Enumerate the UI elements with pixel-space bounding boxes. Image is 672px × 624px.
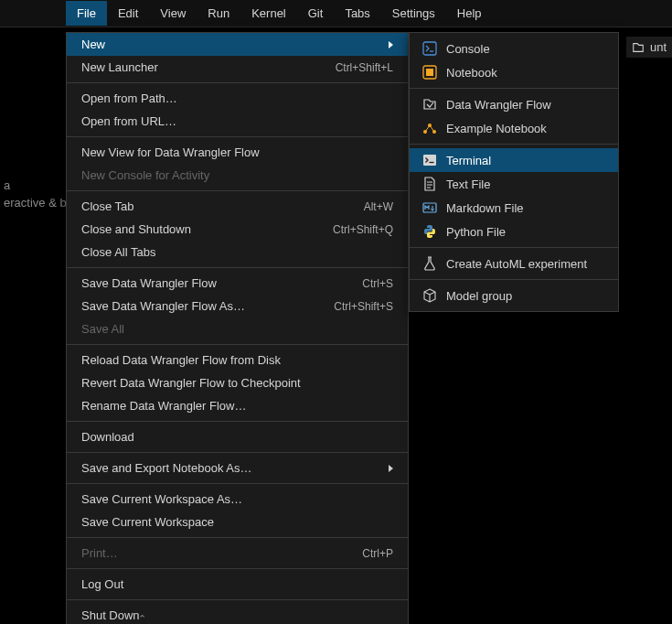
menubar-item-file[interactable]: File [66, 1, 107, 26]
menu-item-label: Save Data Wrangler Flow As… [81, 299, 245, 313]
menu-item-shortcut: Ctrl+Shift+L [336, 61, 393, 74]
python-icon [422, 224, 437, 239]
new-submenu-item[interactable]: Python File [410, 220, 618, 243]
menu-separator [67, 568, 408, 569]
new-submenu-item[interactable]: Terminal [410, 148, 618, 172]
new-submenu-item[interactable]: Example Notebook [410, 116, 618, 140]
menubar-item-settings[interactable]: Settings [381, 1, 446, 26]
cube-icon [422, 288, 437, 303]
menu-item-label: Save Current Workspace [81, 515, 214, 529]
submenu-item-label: Example Notebook [446, 122, 547, 135]
file-menu-dropdown: NewNew LauncherCtrl+Shift+LOpen from Pat… [66, 32, 409, 624]
menu-item-label: New View for Data Wrangler Flow [81, 145, 260, 159]
menu-item-label: Save Data Wrangler Flow [81, 276, 217, 290]
new-submenu: ConsoleNotebookData Wrangler FlowExample… [409, 32, 619, 312]
menu-item-label: New Launcher [81, 60, 158, 74]
menu-separator [410, 88, 618, 89]
file-menu-item[interactable]: Rename Data Wrangler Flow… [67, 394, 408, 417]
file-menu-item[interactable]: New LauncherCtrl+Shift+L [67, 56, 408, 79]
menu-item-label: Close All Tabs [81, 245, 155, 259]
menu-separator [67, 267, 408, 268]
menu-separator [67, 344, 408, 345]
file-menu-item[interactable]: Open from Path… [67, 87, 408, 110]
file-menu-item[interactable]: Shut Down [67, 604, 408, 624]
menubar-item-help[interactable]: Help [446, 1, 493, 26]
file-menu-item: Print…Ctrl+P [67, 542, 408, 565]
menubar-item-edit[interactable]: Edit [107, 1, 149, 26]
submenu-item-label: Notebook [446, 66, 497, 80]
menu-separator [410, 279, 618, 280]
menu-item-shortcut: Ctrl+P [362, 547, 393, 560]
menu-item-label: Open from URL… [81, 114, 176, 128]
file-menu-item[interactable]: Save and Export Notebook As… [67, 457, 408, 479]
new-submenu-item[interactable]: Data Wrangler Flow [410, 92, 618, 116]
tab-label: unt [650, 40, 667, 54]
svg-rect-2 [426, 69, 433, 76]
file-menu-item: Save All [67, 317, 408, 340]
menu-separator [410, 144, 618, 145]
submenu-item-label: Markdown File [446, 201, 524, 215]
menubar-item-git[interactable]: Git [297, 1, 335, 26]
file-menu-item[interactable]: New [67, 33, 408, 56]
menu-item-shortcut: Ctrl+Shift+Q [333, 223, 393, 236]
file-menu-item[interactable]: Save Current Workspace [67, 511, 408, 533]
terminal-icon [422, 153, 437, 167]
new-submenu-item[interactable]: Create AutoML experiment [410, 252, 618, 275]
new-submenu-item[interactable]: Text File [410, 172, 618, 196]
file-menu-item[interactable]: Log Out [67, 573, 408, 596]
flow-icon [422, 97, 437, 112]
menu-separator [67, 190, 408, 191]
chevron-right-icon [389, 41, 393, 48]
menubar-item-tabs[interactable]: Tabs [334, 1, 380, 26]
menu-item-shortcut: Ctrl+Shift+S [334, 300, 393, 313]
menu-item-label: Open from Path… [81, 91, 177, 105]
file-menu-item[interactable]: Close TabAlt+W [67, 195, 408, 218]
background-partial-text: a eractive & ba [0, 178, 73, 210]
flask-icon [422, 256, 437, 271]
submenu-item-label: Model group [446, 289, 512, 303]
menu-item-label: Save Current Workspace As… [81, 492, 242, 506]
menubar-item-kernel[interactable]: Kernel [240, 1, 297, 26]
console-icon [422, 41, 437, 56]
menubar-item-run[interactable]: Run [197, 1, 240, 26]
menu-item-label: Close Tab [81, 199, 134, 213]
submenu-item-label: Console [446, 42, 490, 56]
new-submenu-item[interactable]: Model group [410, 284, 618, 307]
markdown-icon [422, 200, 437, 215]
submenu-item-label: Text File [446, 178, 490, 191]
menu-item-label: New [81, 38, 105, 51]
submenu-item-label: Python File [446, 225, 506, 239]
menu-item-shortcut: Alt+W [364, 200, 393, 213]
file-menu-item[interactable]: Download [67, 425, 408, 448]
file-menu-item[interactable]: Close and ShutdownCtrl+Shift+Q [67, 218, 408, 241]
submenu-item-label: Terminal [446, 154, 491, 167]
menu-item-label: Save All [81, 322, 124, 336]
file-menu-item[interactable]: Save Data Wrangler FlowCtrl+S [67, 272, 408, 295]
menu-item-label: Shut Down [81, 608, 140, 622]
file-menu-item[interactable]: Save Current Workspace As… [67, 488, 408, 511]
new-submenu-item[interactable]: Notebook [410, 60, 618, 84]
menu-separator [67, 421, 408, 422]
open-tab[interactable]: unt [626, 37, 672, 58]
text-icon [422, 177, 437, 191]
submenu-item-label: Data Wrangler Flow [446, 98, 551, 112]
new-submenu-item[interactable]: Markdown File [410, 196, 618, 220]
menu-item-label: Close and Shutdown [81, 222, 191, 236]
file-menu-item[interactable]: Open from URL… [67, 110, 408, 133]
menubar-item-view[interactable]: View [149, 1, 197, 26]
file-menu-item[interactable]: Revert Data Wrangler Flow to Checkpoint [67, 371, 408, 394]
menu-separator [67, 483, 408, 484]
new-submenu-item[interactable]: Console [410, 37, 618, 60]
file-menu-item[interactable]: Close All Tabs [67, 241, 408, 264]
file-menu-item[interactable]: Reload Data Wrangler Flow from Disk [67, 349, 408, 371]
menu-separator [67, 136, 408, 137]
file-menu-item[interactable]: New View for Data Wrangler Flow [67, 141, 408, 164]
flow-icon [632, 41, 645, 54]
svg-rect-0 [423, 42, 436, 55]
notebook-icon [422, 65, 437, 80]
menu-item-label: Reload Data Wrangler Flow from Disk [81, 353, 281, 367]
menu-item-label: Revert Data Wrangler Flow to Checkpoint [81, 376, 301, 390]
file-menu-item[interactable]: Save Data Wrangler Flow As…Ctrl+Shift+S [67, 295, 408, 317]
menu-item-label: Download [81, 430, 134, 444]
menu-item-label: Save and Export Notebook As… [81, 461, 251, 475]
